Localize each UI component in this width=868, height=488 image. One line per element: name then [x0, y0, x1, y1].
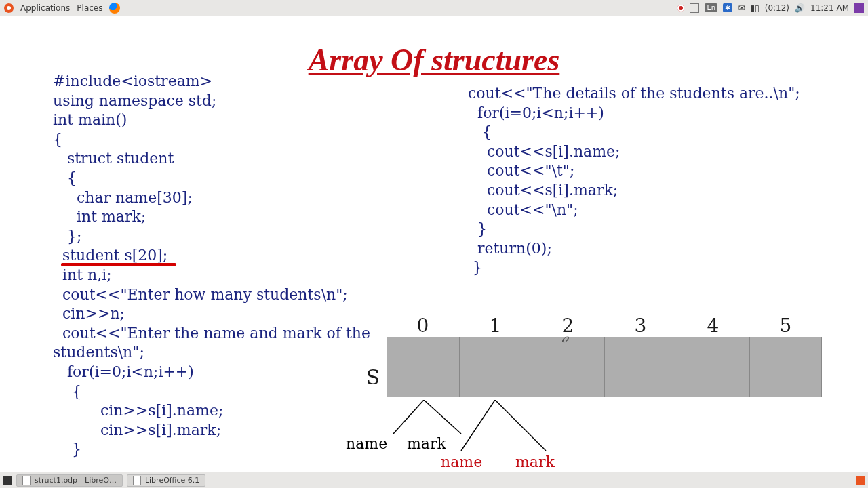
svg-line-2 [461, 400, 495, 451]
array-index: 4 [677, 314, 749, 337]
window-list-panel: struct1.odp - LibreO… LibreOffice 6.1 [0, 472, 868, 488]
taskbar-item-libreoffice[interactable]: LibreOffice 6.1 [127, 474, 205, 487]
array-index: 5 [749, 314, 822, 337]
bluetooth-icon[interactable]: ✱ [723, 3, 732, 12]
battery-icon[interactable]: ▮▯ [751, 3, 760, 13]
clock[interactable]: 11:21 AM [810, 3, 849, 13]
field-label-name-red: name [441, 453, 482, 470]
array-cell [749, 337, 822, 396]
array-index: 1 [459, 314, 532, 337]
recording-timer: (0:12) [765, 3, 789, 13]
volume-icon[interactable]: 🔊 [795, 3, 805, 13]
field-label-name: name [346, 435, 387, 452]
top-panel: Applications Places En ✱ ✉ ▮▯ (0:12) 🔊 1… [0, 0, 868, 16]
mail-icon[interactable]: ✉ [738, 3, 745, 13]
field-label-mark-red: mark [515, 453, 555, 470]
array-cell [604, 337, 677, 396]
array-index: 3 [604, 314, 677, 337]
firefox-icon[interactable] [109, 3, 120, 14]
array-cell [459, 337, 532, 396]
array-diagram: 0 1 2 3 4 5 S 𝑜 name mark [359, 314, 834, 396]
highlight-underline [61, 263, 176, 266]
taskbar-item-label: struct1.odp - LibreO… [35, 476, 117, 485]
svg-line-0 [393, 400, 424, 434]
field-label-mark: mark [407, 435, 446, 452]
record-icon[interactable] [677, 5, 684, 12]
array-cell [677, 337, 749, 396]
svg-line-3 [495, 400, 546, 451]
document-icon [22, 476, 31, 485]
places-menu[interactable]: Places [77, 3, 102, 13]
workspace-switcher-icon[interactable] [856, 476, 865, 485]
document-icon [133, 476, 141, 485]
array-index: 0 [387, 314, 459, 337]
array-cell [532, 337, 604, 396]
applications-menu[interactable]: Applications [20, 3, 70, 13]
user-switch-icon[interactable] [854, 3, 864, 13]
array-indices-row: 0 1 2 3 4 5 [387, 314, 834, 337]
taskbar-item-impress[interactable]: struct1.odp - LibreO… [16, 474, 123, 487]
array-cell [387, 337, 459, 396]
code-block-right: cout<<"The details of the students are..… [468, 84, 821, 278]
struct-branch-1 [458, 400, 580, 457]
presentation-slide: Array Of structures #include<iostream> u… [0, 16, 868, 472]
svg-line-1 [424, 400, 461, 434]
keyboard-layout-indicator[interactable]: En [705, 3, 717, 12]
array-name-label: S [359, 345, 387, 389]
distributor-logo-icon[interactable] [4, 3, 14, 13]
taskbar-item-label: LibreOffice 6.1 [145, 476, 199, 485]
pen-annotation-icon: 𝑜 [561, 329, 568, 346]
notification-icon[interactable] [690, 3, 699, 13]
show-desktop-icon[interactable] [3, 476, 12, 485]
